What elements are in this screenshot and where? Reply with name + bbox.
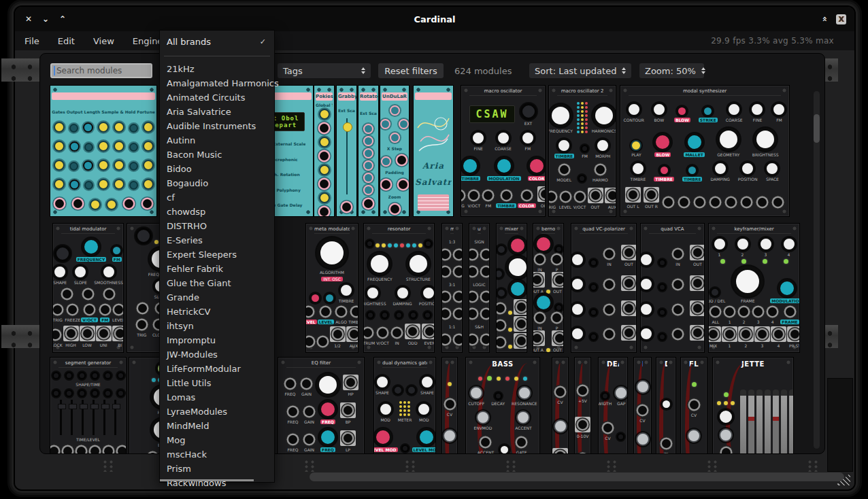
brand-menu-item[interactable]: Bacon Music	[160, 148, 274, 162]
module-meta-modulator[interactable]: meta modulatorALGORITHMINT. OSCTIMBRELEV…	[305, 223, 358, 353]
menu-item-view[interactable]: View	[93, 36, 114, 46]
knob-icon	[590, 333, 597, 341]
brand-menu-item[interactable]: Expert Sleepers	[160, 247, 274, 262]
module-bernoulli-gate[interactable]: bernoulli gateINPOUT AOUT BINPOUT AOUT B	[533, 223, 564, 353]
module-quad-vca[interactable]: quad VCAINOUT	[640, 223, 705, 353]
module-keyframer-mixer[interactable]: keyframer/mixer1234ADD / DELFRAMEMODULAT…	[708, 223, 800, 353]
module-quad-vc-polarizer[interactable]: quad VC-polarizerINOUT	[571, 223, 637, 353]
module-undular[interactable]: UnDuLaRX StepPaddingZoom	[380, 85, 410, 217]
brand-menu-item[interactable]: Little Utils	[160, 376, 274, 390]
slider[interactable]	[71, 400, 73, 435]
module-macro-oscillator-2[interactable]: macro oscillator 2FREQUENCYHARMONICSTIMB…	[548, 85, 616, 217]
slider[interactable]	[103, 400, 105, 435]
brand-menu-item[interactable]: Audible Instruments	[160, 119, 274, 133]
brand-menu-item[interactable]: Animated Circuits	[160, 90, 274, 105]
brand-menu-item-all[interactable]: All brands ✓	[160, 34, 274, 49]
module-digi[interactable]: DIGICVANALOG	[633, 357, 652, 454]
brand-menu-item[interactable]: Bogaudio	[160, 176, 274, 190]
control-cell	[571, 253, 584, 266]
module-amp[interactable]: AMPCVIN	[441, 357, 458, 454]
control-row: 0-10V	[575, 417, 590, 438]
module-multiples[interactable]: multiples1:33:11:1	[441, 223, 463, 353]
panel-label: Ext Scale	[360, 111, 377, 116]
brand-menu-item[interactable]: Prism	[160, 462, 274, 476]
brand-menu-item[interactable]: Bidoo	[160, 162, 274, 176]
brand-menu-item[interactable]: 21kHz	[160, 62, 274, 76]
brand-menu-item[interactable]: DISTRHO	[160, 219, 274, 233]
brand-menu-item[interactable]: Glue the Giant	[160, 276, 274, 290]
reset-filters-button[interactable]: Reset filters	[378, 63, 444, 78]
knob-icon	[381, 311, 388, 319]
dropdown-scroll-indicator[interactable]	[160, 479, 254, 481]
module-dc[interactable]: DCIN	[656, 357, 676, 454]
module-flopper[interactable]: FLOPPERCVIN	[680, 357, 707, 454]
search-input[interactable]	[50, 63, 152, 78]
vertical-scrollbar-handle[interactable]	[814, 114, 820, 143]
brand-menu-item[interactable]: mscHack	[160, 447, 274, 462]
brand-menu-item[interactable]: chowdsp	[160, 205, 274, 219]
module-modal-synthesizer[interactable]: modal synthesizerCONTOURBOWBLOWSTRIKECOA…	[620, 85, 790, 217]
module-conv[interactable]: CONV+5V0-10V0-10V	[574, 357, 591, 454]
horizontal-scrollbar[interactable]	[310, 472, 844, 481]
brand-menu-item[interactable]: Impromptu	[160, 333, 274, 347]
module-segment-generator[interactable]: segment generatorSHAPE/TIMETIME/LEVELGAT…	[50, 357, 127, 454]
brand-menu-item[interactable]: MindMeld	[160, 419, 274, 433]
menu-item-file[interactable]: File	[24, 36, 39, 46]
control-label: TRIG	[53, 317, 63, 322]
control-cell: TIMBRE	[461, 157, 480, 181]
module-grabby[interactable]: GrabbyExt Scale	[336, 85, 357, 217]
knob-icon	[652, 103, 666, 116]
jack-icon	[337, 307, 346, 316]
module-dual-dynamics-gate[interactable]: dual dynamics gateSHAPESHAPEMODMETERMODL…	[373, 357, 436, 454]
module-panel[interactable]: AriaSalvatrice	[413, 85, 454, 217]
control-cell	[546, 348, 550, 352]
module-tidal-modulator[interactable]: tidal modulatorFREQUENCYFMSHAPESLOPESMOO…	[52, 223, 124, 353]
menu-item-edit[interactable]: Edit	[58, 36, 75, 46]
control-label: V/OCT	[573, 205, 586, 209]
module-utilities[interactable]: utilitiesSIGNLOGICS&H	[469, 223, 490, 353]
vertical-scrollbar[interactable]	[814, 91, 820, 449]
knob-icon	[316, 237, 348, 269]
slider[interactable]	[93, 400, 95, 435]
module-macro-oscillator[interactable]: macro oscillatorCSAWEXTFINECOARSEFMTIMBR…	[461, 85, 546, 217]
search-field[interactable]	[55, 66, 137, 75]
sort-select[interactable]: Sort: Last updated	[529, 63, 631, 78]
brand-menu-item[interactable]: Mog	[160, 433, 274, 447]
brand-menu-item[interactable]: E-Series	[160, 233, 274, 247]
brand-menu-item[interactable]: Grande	[160, 290, 274, 305]
module-deadband[interactable]: DEADBANDWIDTHGAPCV	[598, 357, 628, 454]
tags-select[interactable]: Tags	[278, 63, 371, 78]
brand-menu-item[interactable]: Aria Salvatrice	[160, 105, 274, 119]
double-chevron-up-icon[interactable]: »	[818, 14, 829, 24]
module-mixer[interactable]: mixer	[496, 223, 527, 353]
module-rotatoes[interactable]: RotatoesExt Scale	[358, 85, 379, 217]
brand-menu-item[interactable]: Rackwindows	[160, 476, 274, 490]
jack-icon	[382, 180, 390, 189]
brand-menu-item[interactable]: Fehler Fabrik	[160, 262, 274, 276]
brand-menu-item[interactable]: LifeFormModular	[160, 362, 274, 376]
brand-menu-item[interactable]: HetrickCV	[160, 305, 274, 319]
module-resonator[interactable]: resonatorFREQUENCYSTRUCTUREBRIGHTNESSDAM…	[363, 223, 435, 353]
brand-menu-item[interactable]: LyraeModules	[160, 405, 274, 419]
brand-menu-item[interactable]: Amalgamated Harmonics	[160, 76, 274, 90]
brand-menu-item[interactable]: ihtsyn	[160, 319, 274, 333]
menu-item-engine[interactable]: Engine	[133, 36, 163, 46]
module-eq-filter[interactable]: EQ filterFREQGAINHPFREQGAINFREQBPFREQGAI…	[278, 357, 365, 454]
brand-menu-item[interactable]: Lomas	[160, 390, 274, 405]
slider[interactable]	[82, 400, 84, 435]
zoom-select[interactable]: Zoom: 50%	[639, 63, 704, 78]
brand-menu-item[interactable]: Autinn	[160, 133, 274, 148]
slider[interactable]	[60, 400, 62, 435]
app-icon[interactable]: X	[836, 14, 846, 24]
module-jette[interactable]: JETTESRC	[712, 357, 794, 454]
module-pokies[interactable]: PokiesGlobal Trig	[314, 85, 335, 217]
module-panel[interactable]: Gates Output Length Sample & Hold Fortun…	[50, 85, 157, 217]
vertical-slider[interactable]	[346, 118, 348, 194]
slider[interactable]	[114, 400, 116, 435]
brand-menu-item[interactable]: JW-Modules	[160, 347, 274, 362]
jack-box	[112, 326, 124, 341]
brand-menu-item[interactable]: cf	[160, 190, 274, 205]
module-bass[interactable]: BASSCUTOFFDECAYRESONANCEENVMODACCENTACCE…	[465, 357, 540, 454]
module-mera[interactable]: MERACVPRE	[552, 357, 569, 454]
window-title: Cardinal	[15, 14, 854, 24]
